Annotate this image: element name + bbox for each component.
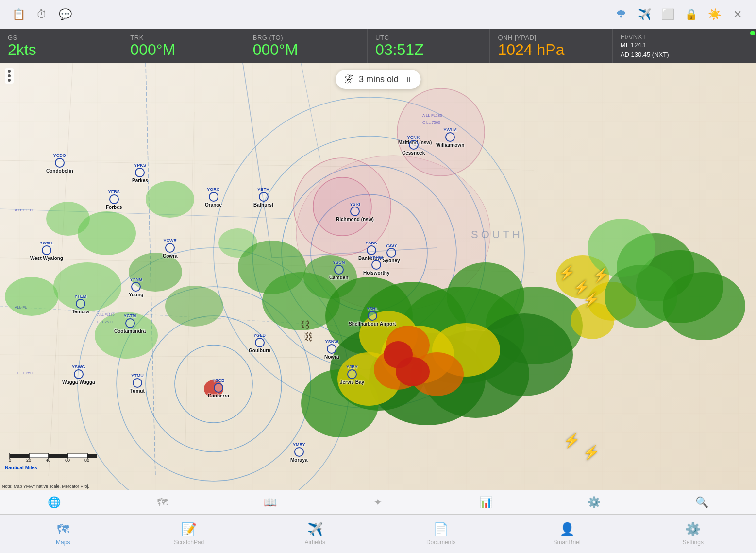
airfield-ytem[interactable]: YTEM Temora xyxy=(72,294,89,314)
airfield-yorg[interactable]: YORG Orange xyxy=(205,187,222,207)
airfields-tab-icon: ✈️ xyxy=(307,522,323,537)
qnh-label: QNH [YPAD] xyxy=(498,34,604,41)
tab-settings[interactable]: ⚙️ Settings xyxy=(630,518,756,550)
svg-text:80: 80 xyxy=(84,458,89,462)
airfields-tab-label: Airfields xyxy=(304,539,325,546)
airfield-ywlm[interactable]: YWLM Williamtown xyxy=(436,127,464,148)
close-icon[interactable]: ✕ xyxy=(729,6,746,23)
route-icon[interactable]: ✦ xyxy=(367,492,388,513)
airfield-ycnk[interactable]: YCNK Cessnock xyxy=(402,135,425,156)
search-icon[interactable]: 🔍 xyxy=(691,492,713,513)
airfield-ysri[interactable]: YSRI Richmond (nsw) xyxy=(336,202,374,222)
upload-icon[interactable]: ⬜ xyxy=(659,6,676,23)
airfield-ycwr[interactable]: YCWR Cowra xyxy=(163,238,178,259)
maps-tab-icon: 🗺 xyxy=(57,522,69,537)
status-indicator-dot xyxy=(750,31,755,35)
settings2-icon[interactable]: ⚙️ xyxy=(583,492,605,513)
pages-icon[interactable]: 📖 xyxy=(259,492,281,513)
fia-label: FIA/NXT xyxy=(621,33,748,40)
airfield-yshw[interactable]: YSHW Holsworthy xyxy=(363,255,389,276)
documents-tab-icon: 📄 xyxy=(433,522,449,537)
airfield-yscn[interactable]: YSCN Camden xyxy=(329,260,348,280)
airfield-ysnw[interactable]: YSNW Nowra xyxy=(324,339,339,360)
scale-bar: 0 20 40 60 80 Nautical Miles xyxy=(5,450,102,470)
utc-value: 03:51Z xyxy=(375,41,482,58)
notepad-icon[interactable]: 📋 xyxy=(10,6,27,23)
scale-unit: Nautical Miles xyxy=(5,465,102,470)
brg-item: BRG (TO) 000°M xyxy=(245,29,368,63)
map-icon[interactable]: 🗺 xyxy=(151,492,173,513)
scale-svg: 0 20 40 60 80 xyxy=(5,450,102,462)
plane-icon[interactable]: ✈️ xyxy=(636,6,653,23)
trk-item: TRK 000°M xyxy=(122,29,245,63)
tab-maps[interactable]: 🗺 Maps xyxy=(0,518,126,550)
scratchpad-tab-icon: 📝 xyxy=(181,522,197,537)
airfield-ypks[interactable]: YPKS Parkes xyxy=(132,163,148,183)
svg-text:60: 60 xyxy=(65,458,70,462)
smartbrief-tab-icon: 👤 xyxy=(559,522,575,537)
tab-scratchpad[interactable]: 📝 ScratchPad xyxy=(126,518,252,550)
chat-icon[interactable]: 💬 xyxy=(56,6,74,23)
smartbrief-tab-label: SmartBrief xyxy=(553,539,581,546)
airfield-ywwl[interactable]: YWWL West Wyalong xyxy=(30,241,63,261)
fia-line1: ML 124.1 xyxy=(621,40,748,50)
fia-values: ML 124.1 AD 130.45 (NXT) xyxy=(621,40,748,59)
svg-rect-77 xyxy=(68,454,87,458)
trk-label: TRK xyxy=(130,34,236,41)
svg-rect-74 xyxy=(10,454,29,458)
airfield-ybth[interactable]: YBTH Bathurst xyxy=(253,187,273,207)
airfield-ytmu[interactable]: YTMU Tumut xyxy=(130,373,145,394)
pause-indicator[interactable]: ⏸ xyxy=(405,76,412,83)
trk-value: 000°M xyxy=(130,41,236,58)
svg-text:40: 40 xyxy=(46,458,50,462)
gs-item: GS 2kts xyxy=(0,29,122,63)
top-toolbar: 📋 ⏱ 💬 🌩 ✈️ ⬜ 🔒 ☀️ ✕ xyxy=(0,0,756,29)
sidebar-toggle[interactable] xyxy=(5,68,14,84)
utc-label: UTC xyxy=(375,34,482,41)
airfield-yglb[interactable]: YGLB Goulburn xyxy=(249,333,270,353)
lightning-1: ⚡ xyxy=(558,265,575,281)
airfield-yswg[interactable]: YSWG Wagga Wagga xyxy=(62,364,95,385)
scratchpad-tab-label: ScratchPad xyxy=(174,539,204,546)
lightning-3: ⚡ xyxy=(592,267,609,283)
svg-text:0: 0 xyxy=(9,458,11,462)
weather-cloud-icon[interactable]: 🌩 xyxy=(612,6,630,23)
gs-label: GS xyxy=(8,34,114,41)
toolbar-right-icons: 🌩 ✈️ ⬜ 🔒 ☀️ ✕ xyxy=(612,6,746,23)
map-area[interactable]: SOUTH xyxy=(0,63,756,490)
fia-line2: AD 130.45 (NXT) xyxy=(621,50,748,60)
status-bar: GS 2kts TRK 000°M BRG (TO) 000°M UTC 03:… xyxy=(0,29,756,63)
maps-tab-label: Maps xyxy=(56,539,70,546)
bottom-tabs: 🗺 Maps 📝 ScratchPad ✈️ Airfields 📄 Docum… xyxy=(0,514,756,553)
settings-tab-icon: ⚙️ xyxy=(685,522,701,537)
airfield-ymry[interactable]: YMRY Moruya xyxy=(290,442,308,463)
airfield-yctm[interactable]: YCTM Cootamundra xyxy=(114,313,146,334)
map-background xyxy=(0,63,756,490)
settings-tab-label: Settings xyxy=(683,539,704,546)
lock-icon[interactable]: 🔒 xyxy=(682,6,700,23)
qnh-value: 1024 hPa xyxy=(498,41,604,58)
airfield-yfbs[interactable]: YFBS Forbes xyxy=(106,190,122,210)
tab-smartbrief[interactable]: 👤 SmartBrief xyxy=(504,518,630,550)
brg-label: BRG (TO) xyxy=(253,34,359,41)
airfield-yjby[interactable]: YJBY Jervis Bay xyxy=(340,364,364,385)
map-note: Note: Map YMAY native scale, Mercator Pr… xyxy=(2,484,89,489)
tab-airfields[interactable]: ✈️ Airfields xyxy=(252,518,378,550)
brightness-icon[interactable]: ☀️ xyxy=(706,6,723,23)
lightning-4: ⚡ xyxy=(583,292,600,308)
airfield-yyng[interactable]: YYNG Young xyxy=(129,277,143,297)
fia-item: FIA/NXT ML 124.1 AD 130.45 (NXT) xyxy=(613,29,756,63)
brg-value: 000°M xyxy=(253,41,359,58)
documents-tab-label: Documents xyxy=(426,539,456,546)
airfield-ycdo[interactable]: YCDO Condobolin xyxy=(46,153,73,173)
tab-documents[interactable]: 📄 Documents xyxy=(378,518,504,550)
weather-badge: ⛈ 3 mins old ⏸ xyxy=(336,70,420,89)
svg-rect-75 xyxy=(29,454,49,458)
airfield-yshl[interactable]: YSHL Shellharbour Airport xyxy=(349,306,396,327)
airfield-yscb[interactable]: YSCB Canberra xyxy=(208,378,229,398)
globe-icon[interactable]: 🌐 xyxy=(43,492,65,513)
chart-icon[interactable]: 📊 xyxy=(475,492,497,513)
weather-badge-text: 3 mins old xyxy=(359,74,399,85)
svg-text:20: 20 xyxy=(26,458,31,462)
timer-icon[interactable]: ⏱ xyxy=(33,6,50,23)
